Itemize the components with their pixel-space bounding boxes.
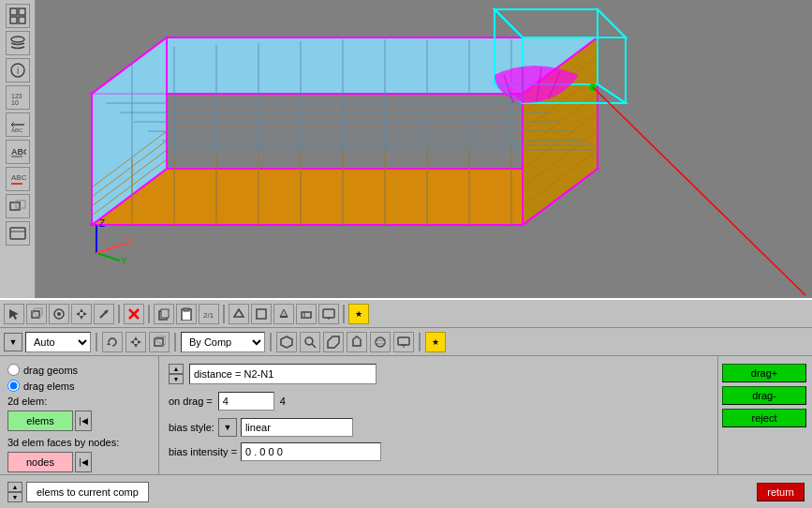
3d-elem-label: 3d elem faces by nodes: xyxy=(7,437,151,448)
info-icon[interactable]: i xyxy=(6,58,30,82)
elems-button[interactable]: elems xyxy=(7,411,73,431)
distance-updown[interactable]: ▲ ▼ xyxy=(169,364,184,384)
svg-marker-109 xyxy=(134,344,138,348)
svg-marker-87 xyxy=(76,312,80,316)
svg-rect-104 xyxy=(323,309,334,318)
settings-icon[interactable]: ★ xyxy=(348,304,369,324)
return-button[interactable]: return xyxy=(757,483,805,501)
drag-elems-label: drag elems xyxy=(23,381,74,392)
svg-text:Y: Y xyxy=(121,256,127,266)
svg-rect-0 xyxy=(10,8,17,15)
svg-rect-102 xyxy=(302,312,311,318)
arrow-icon[interactable] xyxy=(94,304,114,324)
zoom-icon[interactable] xyxy=(300,332,320,352)
svg-marker-82 xyxy=(32,308,42,318)
nodes-row: nodes |◀ xyxy=(7,452,151,472)
distance-field[interactable]: distance = N2-N1 xyxy=(189,364,376,384)
pointer-icon[interactable] xyxy=(4,304,24,324)
copy-icon[interactable] xyxy=(154,304,174,324)
nodes-arrow[interactable]: |◀ xyxy=(75,452,92,472)
grid-icon[interactable] xyxy=(6,4,30,28)
cube-icon[interactable] xyxy=(276,332,297,352)
text-icon[interactable]: ABC xyxy=(6,140,30,164)
layers-icon[interactable] xyxy=(6,31,30,55)
box-icon[interactable] xyxy=(26,304,47,324)
display-icon[interactable] xyxy=(318,304,339,324)
element-icon[interactable] xyxy=(229,304,249,324)
svg-line-116 xyxy=(312,344,316,348)
drag-elems-radio[interactable] xyxy=(7,380,20,392)
row2-separator1 xyxy=(96,333,97,351)
svg-text:2/1: 2/1 xyxy=(203,311,214,320)
scale-icon[interactable]: ABC xyxy=(6,112,30,137)
zoom3-icon[interactable] xyxy=(347,332,367,352)
svg-marker-114 xyxy=(281,336,292,348)
elems-to-comp-button[interactable]: elems to current comp xyxy=(26,482,149,502)
bias-style-dropdown[interactable]: ▼ xyxy=(218,418,237,437)
components-icon[interactable] xyxy=(6,194,30,218)
drag-minus-button[interactable]: drag- xyxy=(722,386,806,405)
mode-dropdown-arrow[interactable]: ▼ xyxy=(4,333,22,351)
move-icon[interactable] xyxy=(71,304,92,324)
svg-point-119 xyxy=(376,337,385,347)
bias-style-label: bias style: xyxy=(169,422,214,433)
bottom-row: ▲ ▼ elems to current comp return xyxy=(0,474,812,508)
distance-up-arrow[interactable]: ▲ xyxy=(169,364,184,374)
nodes-button[interactable]: nodes xyxy=(7,452,73,472)
svg-rect-121 xyxy=(398,337,409,345)
svg-marker-99 xyxy=(257,309,266,319)
distance-down-arrow[interactable]: ▼ xyxy=(169,374,184,384)
svg-text:ABC: ABC xyxy=(11,127,23,133)
rotate-icon[interactable] xyxy=(102,332,123,352)
reject-button[interactable]: reject xyxy=(722,409,806,427)
separator3 xyxy=(223,305,225,323)
svg-rect-94 xyxy=(161,309,169,318)
numbering-icon[interactable]: 12310 xyxy=(6,85,30,110)
drag-geoms-row: drag geoms xyxy=(7,364,151,376)
comp-updown[interactable]: ▲ ▼ xyxy=(7,482,22,502)
left-toolbar: i 12310 ABC ABC ABC xyxy=(0,0,36,298)
bias-style-value: linear xyxy=(241,418,353,437)
svg-marker-118 xyxy=(353,336,361,346)
row2-separator3 xyxy=(270,333,272,351)
edge-icon[interactable] xyxy=(273,304,294,324)
comp-down-arrow[interactable]: ▼ xyxy=(7,492,22,502)
drag-geoms-label: drag geoms xyxy=(23,365,78,376)
drag-geoms-radio[interactable] xyxy=(7,364,20,376)
drag-plus-button[interactable]: drag+ xyxy=(722,364,806,382)
zoom2-icon[interactable] xyxy=(323,332,344,352)
vertex-icon[interactable] xyxy=(296,304,317,324)
elems-row: elems |◀ xyxy=(7,411,151,431)
elems-arrow[interactable]: |◀ xyxy=(75,411,92,431)
monitor-icon[interactable] xyxy=(393,332,414,352)
svg-marker-100 xyxy=(280,309,288,317)
svg-point-4 xyxy=(11,37,24,42)
distance-row: ▲ ▼ distance = N2-N1 xyxy=(169,364,708,384)
bycomp-select[interactable]: By Comp xyxy=(181,332,265,352)
paste-icon[interactable] xyxy=(176,304,197,324)
row2-separator4 xyxy=(419,333,421,351)
pan-icon[interactable] xyxy=(125,332,146,352)
svg-rect-19 xyxy=(10,228,25,239)
bias-intensity-value[interactable]: 0 . 0 0 0 xyxy=(241,442,381,461)
svg-rect-17 xyxy=(10,202,20,210)
svg-marker-117 xyxy=(328,336,339,348)
auto-select[interactable]: Auto xyxy=(25,332,91,352)
face-icon[interactable] xyxy=(251,304,272,324)
svg-marker-85 xyxy=(80,308,83,312)
box2-icon[interactable] xyxy=(149,332,170,352)
bottom-panel: 2/1 ★ ▼ Auto xyxy=(0,298,812,508)
target-icon[interactable] xyxy=(49,304,69,324)
text2-icon[interactable]: ABC xyxy=(6,167,30,191)
on-drag-input[interactable] xyxy=(218,392,274,411)
comp-up-arrow[interactable]: ▲ xyxy=(7,482,22,492)
svg-marker-80 xyxy=(9,309,19,320)
view-icon[interactable] xyxy=(6,221,30,246)
split-icon[interactable]: 2/1 xyxy=(199,304,219,324)
viewport[interactable]: Z Y X xyxy=(36,0,812,298)
delete-icon[interactable] xyxy=(124,304,144,324)
svg-marker-107 xyxy=(107,342,111,345)
star-icon[interactable]: ★ xyxy=(425,332,446,352)
row2-separator2 xyxy=(174,333,176,351)
sphere-icon[interactable] xyxy=(370,332,391,352)
